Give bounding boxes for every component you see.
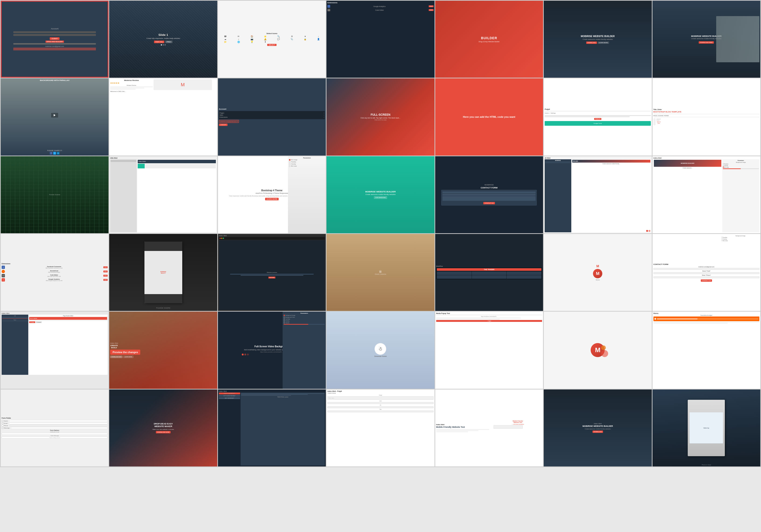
tile-4-1-title: Extensions [2,263,10,264]
tile-1-5[interactable]: BUILDER Drag & Drop Website Builder [435,1,543,78]
tile-2-5[interactable]: Here you can add the HTML code you want [435,79,543,155]
tile-5-5-title: Media Popup Test [436,312,450,314]
tile-1-5-title: BUILDER [481,36,497,40]
tile-5-4[interactable]: ☃ Snowman Scene [326,312,434,389]
tile-2-6[interactable]: Pulpit Author|Settings PUBLISH Google Fo… [544,79,652,155]
tile-5-7-title: Stores [653,312,659,314]
tile-1-6-subtitle: Create awesome mobile-friendly websites [583,38,613,40]
tile-3-3-title: Bootstrap 4 Theme [262,189,283,192]
tile-1-5-subtitle: Drag & Drop Website Builder [479,41,499,42]
tile-2-4-title: FULL-SCREEN [371,113,390,116]
tile-6-4[interactable]: Index Html - Pulpit THEIR PAGE Image Sel… [326,390,434,466]
tile-2-2-subtitle: Related Stories [110,85,152,86]
tile-5-4-title: Snowman Scene [374,355,387,357]
tile-3-7[interactable]: index.html MOBIRISE BUILDER Create aweso… [653,156,760,233]
tile-5-2[interactable]: Index Html CREATEBUILD Preview the chang… [109,312,217,389]
tile-4-3[interactable]: Index Html Website preview BUTTON [218,234,326,311]
tile-3-5-title: MOBIRISE [485,184,494,186]
tile-2-5-title: Here you can add the HTML code you want [463,115,515,119]
tile-5-6[interactable]: M [544,312,652,389]
tile-2-3[interactable]: Account Pages› Sites› Extensions› mobiri… [218,79,326,155]
tile-3-7-title: index.html [653,157,662,159]
tile-1-6-title: MOBIRISE WEBSITE BUILDER [581,35,615,38]
tile-5-5[interactable]: Media Popup Test https://mobirise.com/em… [435,312,543,389]
tile-6-7[interactable]: Mobile App Phone in Hand [653,390,760,466]
tile-4-3-title: Index Html [219,235,227,237]
tile-6-3-subtitle: THEIR PAGE content [241,396,324,398]
tile-6-6-title: Index Html [594,423,602,424]
tile-2-6-title: Pulpit [545,108,550,110]
tile-1-2-subtitle: Create fully responsive, mobile-ready we… [146,37,180,39]
tile-4-4-title: Greek Columns [375,273,386,275]
tile-6-1[interactable]: Form Fields ✓ Name ✓ Email Phone ✓ Messa… [1,390,108,466]
tile-3-2-title: Alfa Html [110,157,117,159]
tile-5-7[interactable]: Stores Soundcloud widget [653,312,760,389]
tile-4-7[interactable]: CONTACT FORM mobirise.com@gmail.com Stre… [653,234,760,311]
tile-6-5-subtitle: Mobile Friendly Website Test [436,426,465,428]
tile-6-6-subtitle: MOBIRISE WEBSITE BUILDER [582,425,613,428]
tile-2-2-title: Mobirise Review [110,79,152,81]
tile-3-2[interactable]: Alfa Html Video Editor [109,156,217,233]
tile-6-2-title: DROP-DEAD EASYWEBSITE MAKER [154,423,173,428]
tile-4-1[interactable]: Extensions f Facebook Comments Add Faceb… [1,234,108,311]
tile-1-1[interactable]: Account SUBMIT DRAG AND BUILDER mobirise… [1,1,108,78]
tile-3-4[interactable]: MOBIRISE WEBSITE BUILDER Create awesome … [326,156,434,233]
tile-2-4-subtitle: Click any text to edit. Top right corner… [361,117,400,119]
tile-2-7[interactable]: Title_Enter BOOTSTRAP BLOG TEMPLATE PAGE… [653,79,760,155]
tile-3-1[interactable]: Forest Scene [1,156,108,233]
tile-5-2-title: Index Html [110,343,118,344]
tile-1-4-title: Extensions [327,2,337,4]
tile-6-2-subtitle: Make your own website in minutes [152,429,174,430]
tile-4-6-subtitle: Stores [596,279,600,281]
tile-6-3-title: Index Html [219,391,227,392]
tile-4-2[interactable]: MOBIRISEBEAUTY PLEASE SHARE [109,234,217,311]
tile-5-6-title: M [595,346,601,354]
tile-3-5-subtitle: CONTACT FORM [481,186,498,189]
tile-4-6[interactable]: M M Stores [544,234,652,311]
tile-5-3[interactable]: Parameters Background Image Background C… [218,312,326,389]
tile-6-5[interactable]: Index Html Mobile Friendly Website Test … [435,390,543,466]
screenshot-grid: Account SUBMIT DRAG AND BUILDER mobirise… [0,0,761,467]
tile-2-2[interactable]: Mobirise Review ★★★★★ Related Stories M … [109,79,217,155]
tile-2-2-bottom: Welcome to CMS Critic... [110,91,126,92]
tile-6-4-subtitle: THEIR PAGE [327,393,336,394]
tile-1-6[interactable]: MOBIRISE WEBSITE BUILDER Create awesome … [544,1,652,78]
tile-2-3-title: Account [219,108,226,110]
tile-4-5-title: MobiRise [436,265,443,267]
tile-5-1[interactable]: Index Html List Pages Page Section Edito… [1,312,108,389]
tile-6-1-title: Form Fields [2,417,11,419]
tile-6-2[interactable]: DROP-DEAD EASYWEBSITE MAKER Make your ow… [109,390,217,466]
tile-6-4-title: Index Html - Pulpit [327,391,342,392]
tile-1-3-title: Select Icons [266,32,277,34]
tile-1-2[interactable]: Slide 1 Create fully responsive, mobile-… [109,1,217,78]
tile-3-4-subtitle: Create awesome mobile-friendly websites [366,193,396,195]
preview-changes-label: Preview the changes [110,349,140,355]
tile-3-3[interactable]: Bootstrap 4 Theme AutoFit to Fit Bootstr… [218,156,326,233]
tile-1-3[interactable]: Select Icons ☎ ✉ 🏠 ⭐ 🔍 ⚙ ♥ ↓ ☁ ♪ 📷 🔔 💬 📎… [218,1,326,78]
tile-4-4[interactable]: 🏛 Greek Columns [326,234,434,311]
tile-1-2-title: Slide 1 [158,33,168,37]
tile-2-1-title: BACKGROUND WITH PARALLAX [40,79,70,81]
tile-3-6-title: Al Html [545,157,551,159]
tile-5-1-title: Index Html [2,312,9,314]
tile-2-4[interactable]: FULL-SCREEN Click any text to edit. Top … [326,79,434,155]
tile-4-7-title: CONTACT FORM [653,263,668,265]
tile-6-6[interactable]: Index Html MOBIRISE WEBSITE BUILDER Crea… [544,390,652,466]
tile-2-1[interactable]: BACKGROUND WITH PARALLAX PLEASE SHARE IT… [1,79,108,155]
tile-2-7-title: Title_Enter [653,109,662,110]
tile-3-1-title: Forest Scene [49,193,60,196]
tile-3-4-title: MOBIRISE WEBSITE BUILDER [365,190,396,193]
tile-4-5[interactable]: MobiRise THE TRADER [435,234,543,311]
tile-label: Account [51,27,59,30]
tile-1-7[interactable]: MOBIRISE WEBSITE BUILDER Create awesome … [653,1,760,78]
tile-1-4[interactable]: Extensions Google Analytics ADD </> Code… [326,1,434,78]
tile-3-6[interactable]: Al Html MOBIRISE BUILDER Create awesome … [544,156,652,233]
tile-4-6-title: M [597,264,599,268]
tile-6-5-title: Index Html [436,424,444,425]
tile-6-3[interactable]: Index Html WHAT IS MOBIRISE? IS IT GOOD … [218,390,326,466]
tile-3-5[interactable]: MOBIRISE CONTACT FORM CONTACT US [435,156,543,233]
tile-3-3-subtitle: AutoFit to Fit Bootstrap 4 Theme Respons… [256,192,288,194]
tile-4-2-label: PLEASE SHARE [156,307,170,309]
